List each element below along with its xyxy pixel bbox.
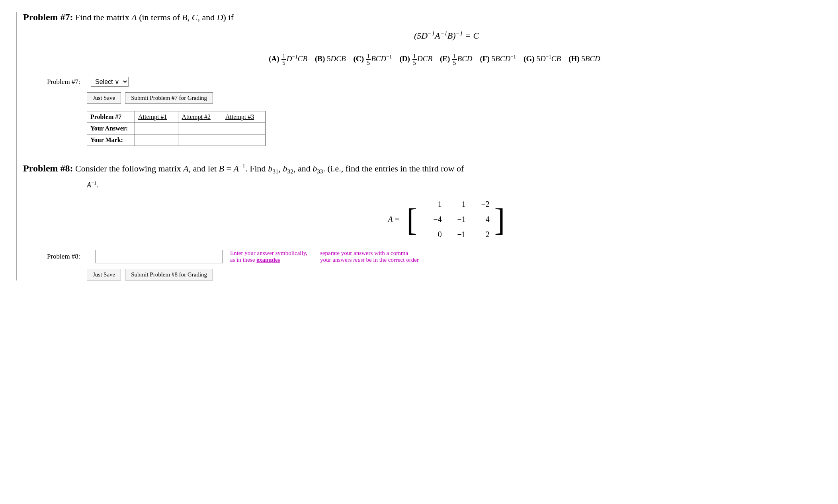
matrix-r3c2: −1 (446, 230, 466, 239)
problem8-matrix-container: A = [ 1 1 −2 −4 −1 4 0 −1 2 ] (71, 197, 822, 242)
problem8-save-button[interactable]: Just Save (87, 269, 121, 280)
matrix-eq-label: A = (388, 215, 400, 224)
table-your-answer-label: Your Answer: (87, 123, 135, 134)
table-attempt1-mark (135, 134, 178, 146)
table-attempt3-header[interactable]: Attempt #3 (222, 111, 265, 123)
problem7-equation: (5D−1A−1B)−1 = C (71, 30, 822, 41)
table-attempt1-header[interactable]: Attempt #1 (135, 111, 178, 123)
table-attempt3-answer (222, 123, 265, 134)
problem7-buttons: Just Save Submit Problem #7 for Grading (87, 92, 822, 104)
table-attempt2-mark (178, 134, 222, 146)
problem7-title: Problem #7: Find the matrix A (in terms … (23, 12, 822, 23)
problem8-hint-right: separate your answers with a comma your … (320, 250, 419, 263)
problem8-answer-row: Problem #8: Enter your answer symbolical… (47, 250, 822, 263)
matrix-r1c2: 1 (446, 200, 466, 209)
matrix-r3c1: 0 (422, 230, 442, 239)
problem7-choices: (A) 15D−1CB (B) 5DCB (C) 15BCD−1 (D) 15D… (47, 51, 822, 67)
table-attempt2-answer (178, 123, 222, 134)
table-attempt1-answer (135, 123, 178, 134)
problem8-input[interactable] (96, 250, 223, 263)
matrix-bracket-right: ] (494, 204, 505, 235)
problem8-submit-button[interactable]: Submit Problem #8 for Grading (125, 269, 213, 280)
problem8-buttons: Just Save Submit Problem #8 for Grading (87, 269, 822, 280)
problem7-title-bold: Problem #7: (23, 12, 73, 22)
matrix-r2c1: −4 (422, 215, 442, 224)
problem8-hint-right-line1: separate your answers with a comma (320, 250, 419, 257)
problem8-hint-line1: Enter your answer symbolically, (230, 250, 307, 257)
matrix-r1c1: 1 (422, 200, 442, 209)
problem8-title-line2: A−1. (87, 180, 822, 189)
matrix-r1c3: −2 (470, 200, 490, 209)
problem7-submit-button[interactable]: Submit Problem #7 for Grading (125, 92, 213, 104)
problem7-answer-row: Problem #7: Select ∨ A B C D E F G H (47, 77, 822, 87)
matrix-r2c3: 4 (470, 215, 490, 224)
table-attempt2-header[interactable]: Attempt #2 (178, 111, 222, 123)
problem8-hint: Enter your answer symbolically, as in th… (230, 250, 307, 263)
problem8-answer-label: Problem #8: (47, 253, 91, 261)
matrix-r2c2: −1 (446, 215, 466, 224)
table-your-mark-label: Your Mark: (87, 134, 135, 146)
table-header-problem: Problem #7 (87, 111, 135, 123)
problem7-save-button[interactable]: Just Save (87, 92, 121, 104)
problem7-answer-label: Problem #7: (47, 78, 91, 86)
problem7-attempts-table: Problem #7 Attempt #1 Attempt #2 Attempt… (87, 111, 266, 146)
problem7-select[interactable]: Select ∨ A B C D E F G H (91, 77, 129, 87)
table-attempt3-mark (222, 134, 265, 146)
matrix-body: 1 1 −2 −4 −1 4 0 −1 2 (422, 197, 490, 242)
problem8-title: Problem #8: Consider the following matri… (23, 163, 822, 175)
problem8-title-bold: Problem #8: (23, 163, 73, 173)
matrix-r3c3: 2 (470, 230, 490, 239)
problem8-examples-link[interactable]: examples (256, 257, 280, 263)
matrix-bracket-left: [ (406, 204, 417, 235)
